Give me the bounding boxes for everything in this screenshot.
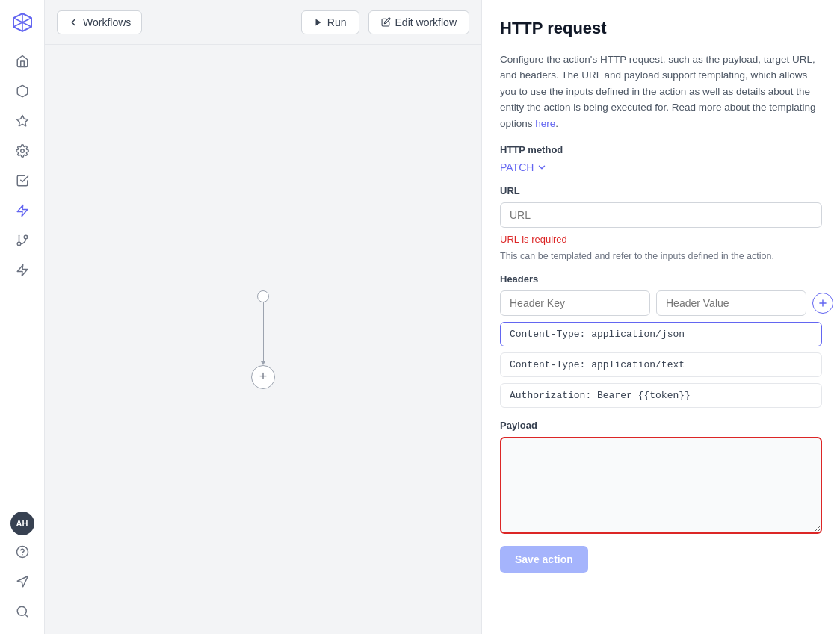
header-entry-0[interactable]: Content-Type: application/json — [500, 322, 822, 346]
svg-marker-0 — [16, 116, 28, 126]
svg-line-9 — [25, 614, 27, 616]
sidebar-item-favorites[interactable] — [9, 108, 36, 134]
panel-description: Configure the action's HTTP request, suc… — [500, 52, 822, 132]
headers-input-row — [500, 290, 822, 316]
url-error-text: URL is required — [500, 234, 822, 245]
svg-marker-10 — [315, 19, 321, 25]
http-method-label: HTTP method — [500, 144, 822, 155]
payload-textarea[interactable] — [500, 437, 822, 534]
workflow-start-node — [257, 290, 269, 302]
headers-section: Headers Content-Type: application/json C… — [500, 273, 822, 408]
sidebar-item-announcements[interactable] — [9, 568, 36, 595]
svg-point-1 — [20, 149, 24, 153]
sidebar-item-tags[interactable] — [9, 227, 36, 254]
headers-label: Headers — [500, 273, 822, 285]
plus-icon — [818, 298, 828, 308]
http-method-section: HTTP method PATCH — [500, 144, 822, 173]
sidebar-item-workflows[interactable] — [9, 197, 36, 224]
edit-workflow-button-label: Edit workflow — [395, 16, 457, 28]
play-icon — [314, 18, 323, 27]
sidebar-item-search[interactable] — [9, 598, 36, 625]
sidebar: AH — [0, 0, 45, 634]
workflow-add-button[interactable]: + — [251, 365, 275, 389]
http-method-dropdown[interactable]: PATCH — [500, 161, 822, 173]
header-value-input[interactable] — [656, 290, 806, 316]
sidebar-item-settings[interactable] — [9, 137, 36, 164]
sidebar-bottom: AH — [9, 512, 36, 625]
sidebar-item-help[interactable] — [9, 538, 36, 565]
sidebar-item-checklist[interactable] — [9, 167, 36, 194]
edit-workflow-button[interactable]: Edit workflow — [368, 10, 469, 34]
back-arrow-icon — [68, 17, 78, 28]
main-area: Workflows Run Edit workflow + — [45, 0, 481, 634]
chevron-down-icon — [537, 162, 547, 173]
header-entry-1[interactable]: Content-Type: application/text — [500, 352, 822, 377]
url-label: URL — [500, 185, 822, 196]
header-entry-2[interactable]: Authorization: Bearer {{token}} — [500, 383, 822, 408]
workflow-connector-line — [263, 302, 264, 362]
payload-label: Payload — [500, 420, 822, 431]
sidebar-item-bolt[interactable] — [9, 257, 36, 284]
payload-section: Payload — [500, 420, 822, 534]
panel-title-section: HTTP request — [500, 18, 822, 40]
svg-marker-5 — [17, 265, 28, 276]
canvas: + — [45, 45, 481, 634]
save-action-button[interactable]: Save action — [500, 546, 588, 573]
right-panel: HTTP request Configure the action's HTTP… — [481, 0, 840, 634]
sidebar-item-home[interactable] — [9, 48, 36, 75]
url-section: URL URL is required This can be template… — [500, 185, 822, 261]
header-key-input[interactable] — [500, 290, 650, 316]
url-input[interactable] — [500, 202, 822, 228]
edit-icon — [381, 17, 391, 27]
logo[interactable] — [9, 9, 36, 36]
http-method-value: PATCH — [500, 161, 534, 173]
back-button[interactable]: Workflows — [57, 10, 142, 34]
url-helper-text: This can be templated and refer to the i… — [500, 251, 822, 261]
back-button-label: Workflows — [83, 16, 131, 28]
sidebar-item-objects[interactable] — [9, 78, 36, 105]
panel-title: HTTP request — [500, 18, 822, 40]
workflow-node-container: + — [251, 290, 275, 389]
run-button-label: Run — [327, 16, 347, 28]
avatar[interactable]: AH — [10, 512, 34, 535]
here-link[interactable]: here — [535, 118, 555, 129]
topbar: Workflows Run Edit workflow — [45, 0, 481, 45]
run-button[interactable]: Run — [301, 10, 359, 34]
add-header-button[interactable] — [812, 293, 833, 314]
